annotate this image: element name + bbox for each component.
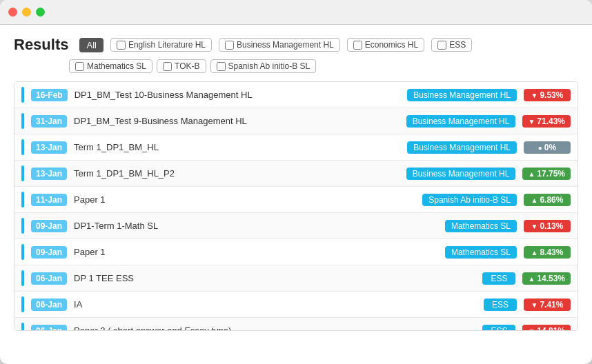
table-row[interactable]: 16-FebDP1_BM_Test 10-Business Management… <box>14 82 578 108</box>
row-accent <box>21 218 24 234</box>
row-accent <box>21 270 24 286</box>
filter-spanish[interactable]: Spanish Ab initio-B SL <box>210 59 317 73</box>
change-badge: 17.75% <box>522 168 571 180</box>
table-row[interactable]: 09-JanDP1-Term 1-Math SLMathematics SL 0… <box>14 213 578 239</box>
row-name: Paper 1 <box>74 247 438 257</box>
filter-economics[interactable]: Economics HL <box>347 38 424 52</box>
table-row[interactable]: 06-JanIAESS 7.41% <box>14 292 578 318</box>
date-badge: 09-Jan <box>31 246 67 259</box>
down-arrow-icon <box>531 90 538 100</box>
filter-economics-label: Economics HL <box>365 40 418 50</box>
change-badge: 7.41% <box>524 299 571 311</box>
results-table-scroll[interactable]: 16-FebDP1_BM_Test 10-Business Management… <box>14 82 578 330</box>
table-row[interactable]: 09-JanPaper 1Mathematics SL 8.43% <box>14 239 578 265</box>
results-rows: 16-FebDP1_BM_Test 10-Business Management… <box>14 82 578 330</box>
subject-badge: Business Management HL <box>406 115 516 128</box>
filter-english-lit[interactable]: English Literature HL <box>110 38 212 52</box>
change-badge: 14.53% <box>522 272 571 285</box>
table-row[interactable]: 13-JanTerm 1_DP1_BM_HL_P2Business Manage… <box>14 161 578 187</box>
date-badge: 13-Jan <box>31 141 67 154</box>
date-badge: 11-Jan <box>31 194 67 206</box>
change-value: 8.43% <box>540 247 563 257</box>
filter-tok[interactable]: TOK-B <box>157 59 206 73</box>
table-row[interactable]: 06-JanPaper 2 ( short answer and Essay t… <box>14 318 578 330</box>
filter-ess-checkbox[interactable] <box>437 41 446 50</box>
filter-economics-checkbox[interactable] <box>353 41 362 50</box>
filter-area: Results All English Literature HL Busine… <box>14 36 578 73</box>
content-area: Results All English Literature HL Busine… <box>0 25 592 338</box>
subject-badge: Mathematics SL <box>445 220 517 232</box>
filter-row-1: Results All English Literature HL Busine… <box>14 36 578 54</box>
date-badge: 06-Jan <box>31 325 67 331</box>
down-arrow-icon <box>528 326 535 331</box>
table-row[interactable]: 31-JanDP1_BM_Test 9-Business Management … <box>14 108 578 134</box>
date-badge: 31-Jan <box>31 115 67 128</box>
circle-icon <box>538 143 542 152</box>
row-name: Term 1_DP1_BM_HL <box>74 142 400 152</box>
row-name: Paper 1 <box>74 194 415 205</box>
subject-badge: Business Management HL <box>406 168 516 180</box>
filter-row-2: Mathematics SL TOK-B Spanish Ab initio-B… <box>14 59 578 73</box>
change-value: 0.13% <box>540 221 563 231</box>
change-value: 6.86% <box>540 195 563 205</box>
results-table-container: 16-FebDP1_BM_Test 10-Business Management… <box>14 81 578 331</box>
row-name: DP1_BM_Test 9-Business Management HL <box>74 116 399 126</box>
table-row[interactable]: 11-JanPaper 1Spanish Ab initio-B SL 6.86… <box>14 187 578 213</box>
filter-tok-label: TOK-B <box>175 61 199 71</box>
subject-badge: Spanish Ab initio-B SL <box>422 194 517 206</box>
subject-badge: Mathematics SL <box>445 246 517 259</box>
traffic-lights <box>8 8 45 17</box>
row-accent <box>21 165 24 181</box>
filter-math-checkbox[interactable] <box>75 62 84 71</box>
down-arrow-icon <box>531 221 538 231</box>
subject-badge: ESS <box>482 272 515 285</box>
row-accent <box>21 87 24 103</box>
page-title: Results <box>14 36 68 54</box>
date-badge: 09-Jan <box>31 220 67 232</box>
row-accent <box>21 192 24 208</box>
filter-english-lit-label: English Literature HL <box>128 40 206 50</box>
row-name: DP1-Term 1-Math SL <box>74 221 438 231</box>
table-row[interactable]: 06-JanDP 1 TEE ESSESS 14.53% <box>14 265 578 292</box>
row-accent <box>21 113 24 129</box>
subject-badge: ESS <box>484 299 517 311</box>
close-button[interactable] <box>8 8 17 17</box>
date-badge: 06-Jan <box>31 299 67 311</box>
change-value: 14.81% <box>537 326 565 331</box>
row-name: Term 1_DP1_BM_HL_P2 <box>74 168 399 179</box>
up-arrow-icon <box>528 274 535 283</box>
change-value: 17.75% <box>537 169 565 179</box>
filter-tok-checkbox[interactable] <box>163 62 172 71</box>
date-badge: 06-Jan <box>31 272 67 285</box>
down-arrow-icon <box>528 117 535 126</box>
row-name: DP1_BM_Test 10-Business Management HL <box>75 90 401 100</box>
filter-all-button[interactable]: All <box>79 38 103 52</box>
change-value: 71.43% <box>537 117 565 126</box>
subject-badge: ESS <box>482 325 515 331</box>
date-badge: 13-Jan <box>31 168 67 180</box>
up-arrow-icon <box>528 169 535 179</box>
row-accent <box>21 244 24 260</box>
row-name: DP 1 TEE ESS <box>74 273 475 283</box>
change-badge: 0% <box>524 141 571 154</box>
title-bar <box>0 0 592 25</box>
change-value: 14.53% <box>537 274 565 283</box>
change-value: 0% <box>544 143 556 152</box>
row-accent <box>21 139 24 155</box>
maximize-button[interactable] <box>36 8 45 17</box>
change-badge: 8.43% <box>524 246 571 259</box>
row-name: IA <box>74 299 477 310</box>
change-badge: 71.43% <box>522 115 571 128</box>
filter-spanish-checkbox[interactable] <box>217 62 226 71</box>
main-window: Results All English Literature HL Busine… <box>0 0 592 364</box>
filter-business-mgmt-checkbox[interactable] <box>225 41 234 50</box>
filter-business-mgmt[interactable]: Business Management HL <box>219 38 340 52</box>
row-accent <box>21 323 24 330</box>
filter-english-lit-checkbox[interactable] <box>117 41 126 50</box>
table-row[interactable]: 13-JanTerm 1_DP1_BM_HLBusiness Managemen… <box>14 134 578 161</box>
filter-math[interactable]: Mathematics SL <box>69 59 152 73</box>
filter-ess[interactable]: ESS <box>431 38 472 52</box>
minimize-button[interactable] <box>22 8 31 17</box>
down-arrow-icon <box>531 300 538 310</box>
row-accent <box>21 296 24 312</box>
